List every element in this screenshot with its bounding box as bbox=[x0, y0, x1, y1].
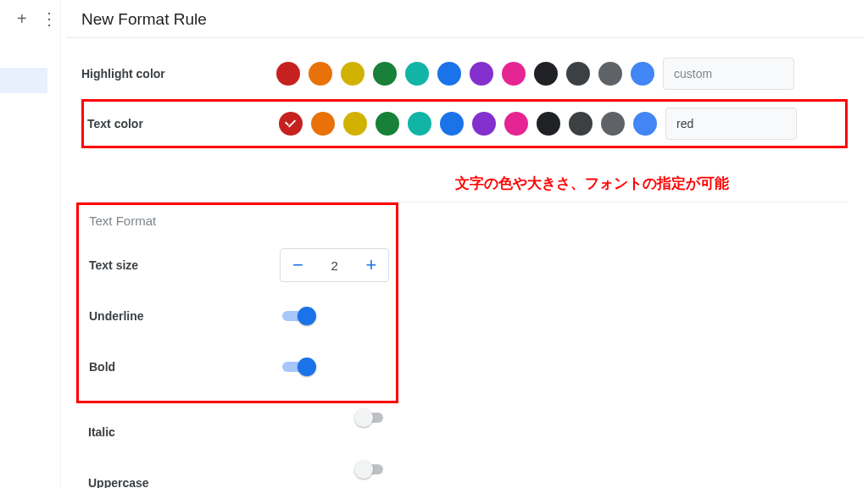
color-swatch[interactable] bbox=[311, 112, 335, 136]
text-color-label: Text color bbox=[84, 117, 279, 130]
italic-toggle[interactable] bbox=[354, 408, 388, 427]
text-color-swatches bbox=[279, 112, 657, 136]
text-size-row: Text size − 2 + bbox=[86, 240, 389, 291]
underline-label: Underline bbox=[86, 309, 282, 323]
plus-icon[interactable]: + bbox=[17, 10, 27, 27]
italic-row: Italic bbox=[85, 407, 848, 458]
highlight-swatches bbox=[276, 62, 654, 86]
color-swatch[interactable] bbox=[440, 112, 464, 136]
color-swatch[interactable] bbox=[470, 62, 493, 86]
more-vert-icon[interactable]: ⋮ bbox=[41, 10, 58, 27]
annotation-line: 文字の色や大きさ、フォントの指定が可能 bbox=[81, 153, 848, 198]
title-bar: New Format Rule bbox=[66, 0, 863, 38]
bold-row: Bold bbox=[86, 341, 389, 392]
color-swatch[interactable] bbox=[569, 112, 593, 136]
uppercase-row: Uppercase bbox=[85, 458, 848, 488]
color-swatch[interactable] bbox=[405, 62, 429, 86]
text-color-row: Text color red bbox=[84, 102, 845, 146]
color-swatch[interactable] bbox=[601, 112, 625, 136]
highlight-color-row: Highlight color custom bbox=[81, 50, 848, 97]
text-format-section-title: Text Format bbox=[89, 214, 389, 228]
color-swatch[interactable] bbox=[537, 112, 560, 136]
color-swatch[interactable] bbox=[472, 112, 496, 136]
color-swatch[interactable] bbox=[341, 62, 364, 86]
highlight-color-label: Highlight color bbox=[81, 67, 276, 80]
page-title: New Format Rule bbox=[81, 10, 848, 29]
color-swatch[interactable] bbox=[343, 112, 367, 136]
color-swatch[interactable] bbox=[504, 112, 528, 136]
color-swatch[interactable] bbox=[534, 62, 558, 86]
color-swatch[interactable] bbox=[376, 112, 399, 136]
highlight-custom-input[interactable]: custom bbox=[663, 58, 794, 90]
underline-toggle[interactable] bbox=[282, 307, 316, 325]
color-swatch[interactable] bbox=[408, 112, 431, 136]
text-size-label: Text size bbox=[86, 258, 280, 272]
minus-icon[interactable]: − bbox=[281, 254, 314, 276]
highlight-custom-text: custom bbox=[674, 67, 712, 80]
color-swatch[interactable] bbox=[279, 112, 303, 136]
text-color-custom-text: red bbox=[676, 117, 693, 130]
bold-toggle[interactable] bbox=[282, 358, 316, 376]
sidebar-selection-indicator bbox=[0, 68, 47, 93]
annotation-box-text-color: Text color red bbox=[81, 99, 848, 148]
color-swatch[interactable] bbox=[598, 62, 622, 86]
underline-row: Underline bbox=[86, 291, 389, 341]
color-swatch[interactable] bbox=[633, 112, 657, 136]
italic-label: Italic bbox=[85, 425, 278, 439]
bold-label: Bold bbox=[86, 360, 282, 374]
color-swatch[interactable] bbox=[276, 62, 300, 86]
annotation-box-text-format: Text Format Text size − 2 + Underline bbox=[76, 202, 398, 403]
color-swatch[interactable] bbox=[373, 62, 397, 86]
color-swatch[interactable] bbox=[437, 62, 461, 86]
color-swatch[interactable] bbox=[502, 62, 526, 86]
left-toolbar: + ⋮ bbox=[0, 0, 61, 488]
text-size-stepper[interactable]: − 2 + bbox=[280, 248, 389, 282]
text-color-custom-input[interactable]: red bbox=[665, 108, 797, 140]
annotation-text: 文字の色や大きさ、フォントの指定が可能 bbox=[455, 174, 729, 193]
color-swatch[interactable] bbox=[566, 62, 590, 86]
color-swatch[interactable] bbox=[309, 62, 332, 86]
text-size-value: 2 bbox=[314, 258, 354, 273]
uppercase-toggle[interactable] bbox=[354, 460, 388, 479]
uppercase-label: Uppercase bbox=[85, 476, 278, 488]
plus-icon[interactable]: + bbox=[354, 254, 388, 276]
color-swatch[interactable] bbox=[631, 62, 654, 86]
